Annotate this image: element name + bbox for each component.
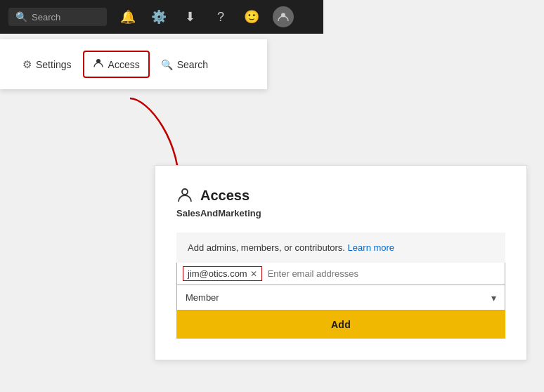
email-tag-close-icon[interactable]: ✕ bbox=[250, 269, 257, 279]
svg-point-3 bbox=[182, 189, 188, 195]
email-tag-text: jim@otics.com bbox=[188, 268, 247, 279]
bell-icon[interactable]: 🔔 bbox=[118, 7, 138, 27]
search-box-text: Search bbox=[32, 12, 60, 22]
add-button[interactable]: Add bbox=[176, 311, 505, 339]
email-tag[interactable]: jim@otics.com ✕ bbox=[183, 266, 262, 281]
top-bar: 🔍 Search 🔔 ⚙️ ⬇ ? 🙂 bbox=[0, 0, 323, 34]
help-icon[interactable]: ? bbox=[211, 7, 231, 27]
search-icon: 🔍 bbox=[15, 11, 27, 22]
search-nav-icon: 🔍 bbox=[161, 59, 173, 70]
nav-search[interactable]: 🔍 Search bbox=[153, 53, 216, 76]
access-title-icon bbox=[176, 187, 193, 204]
learn-more-link[interactable]: Learn more bbox=[348, 242, 394, 253]
search-box[interactable]: 🔍 Search bbox=[8, 8, 107, 26]
smiley-icon[interactable]: 🙂 bbox=[242, 7, 261, 27]
settings-nav-icon: ⚙ bbox=[22, 58, 32, 71]
add-description: Add admins, members, or contributors. Le… bbox=[176, 233, 505, 263]
settings-panel: ⚙ Settings Access 🔍 Search bbox=[0, 39, 267, 89]
add-description-text: Add admins, members, or contributors. bbox=[188, 242, 345, 253]
role-select[interactable]: Member Admin Contributor bbox=[177, 285, 505, 310]
access-label: Access bbox=[108, 59, 140, 70]
nav-item-settings[interactable]: ⚙ Settings bbox=[14, 53, 80, 77]
gear-icon[interactable]: ⚙️ bbox=[149, 7, 169, 27]
settings-nav: ⚙ Settings Access 🔍 Search bbox=[14, 51, 253, 78]
settings-label: Settings bbox=[36, 59, 72, 70]
access-nav-icon bbox=[93, 58, 104, 71]
access-panel: Access SalesAndMarketing Add admins, mem… bbox=[155, 165, 527, 360]
download-icon[interactable]: ⬇ bbox=[180, 7, 200, 27]
email-row[interactable]: jim@otics.com ✕ bbox=[176, 263, 505, 285]
access-title: Access bbox=[176, 187, 505, 204]
avatar[interactable] bbox=[273, 6, 294, 27]
access-heading: Access bbox=[200, 188, 250, 204]
role-select-row[interactable]: Member Admin Contributor bbox=[176, 285, 505, 311]
email-input[interactable] bbox=[265, 266, 499, 282]
top-bar-icons: 🔔 ⚙️ ⬇ ? 🙂 bbox=[118, 6, 294, 27]
access-subtitle: SalesAndMarketing bbox=[176, 208, 505, 218]
search-nav-label: Search bbox=[177, 59, 208, 70]
nav-item-access[interactable]: Access bbox=[83, 51, 150, 78]
